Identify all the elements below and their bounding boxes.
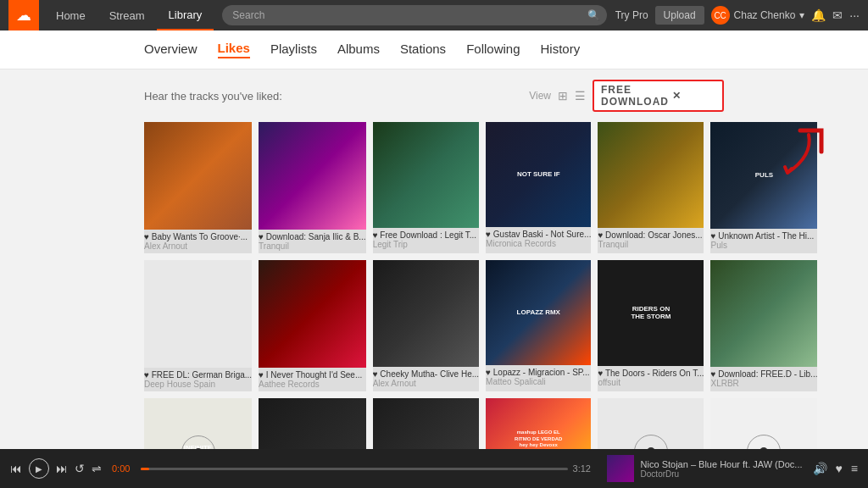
track-thumbnail — [598, 122, 704, 228]
track-title: ♥ Baby Wants To Groove·... — [144, 232, 252, 241]
track-thumbnail: PULS — [710, 122, 817, 229]
progress-track[interactable] — [141, 468, 568, 470]
track-card[interactable]: LOPAZZ RMX♥ Lopazz - Migracion - SP...Ma… — [486, 260, 591, 391]
track-info: ♥ Download: Sanja Ilic & B...Tranquil — [259, 230, 366, 253]
track-artist: Alex Arnout — [144, 241, 252, 251]
track-thumbnail — [259, 122, 366, 230]
track-info: ♥ I Never Thought I'd See...Aathee Recor… — [259, 368, 366, 391]
track-info: ♥ Cheeky Mutha- Clive He...Alex Arnout — [373, 367, 479, 391]
track-info: ♥ Download: FREE.D - Lib...XLRBR — [710, 367, 817, 391]
list-view-icon[interactable]: ☰ — [575, 89, 586, 103]
track-thumbnail: LOPAZZ RMX — [486, 260, 591, 365]
track-card[interactable]: NOT SURE IF♥ Gustav Baski - Not Sure...M… — [486, 122, 591, 253]
track-info: ♥ Gustav Baski - Not Sure...Micronica Re… — [486, 227, 591, 251]
upload-button[interactable]: Upload — [655, 6, 704, 25]
tracks-grid: ♥ Baby Wants To Groove·...Alex Arnout♥ D… — [144, 122, 724, 488]
track-thumbnail: RIDERS ON THE STORM — [598, 260, 704, 366]
filter-value: FREE DOWNLOAD — [601, 84, 669, 108]
tab-history[interactable]: History — [541, 42, 581, 58]
username: Chaz Chenko — [734, 9, 796, 21]
mail-icon[interactable]: ✉ — [832, 8, 843, 22]
search-container: 🔍 — [222, 5, 606, 25]
track-artist: Deep House Spain — [144, 380, 252, 389]
track-thumbnail — [710, 260, 817, 367]
player-controls: ⏮ ▶ ⏭ ↺ ⇌ — [10, 458, 102, 479]
track-card[interactable]: PULS♥ Unknown Artist - The Hi...Puls — [710, 122, 817, 253]
nav-links: Home Stream Library — [44, 0, 214, 30]
track-title: ♥ Gustav Baski - Not Sure... — [486, 230, 591, 239]
nav-home[interactable]: Home — [44, 0, 97, 30]
track-artist: Alex Arnout — [373, 379, 479, 388]
content-header: Hear the tracks you've liked: View ⊞ ☰ F… — [144, 80, 724, 112]
track-card[interactable]: ♥ Cheeky Mutha- Clive He...Alex Arnout — [373, 260, 479, 391]
thumb-overlay-text: RIDERS ON THE STORM — [625, 305, 678, 321]
time-current: 0:00 — [112, 463, 136, 474]
player-track-info: Nico Stojan – Blue Hour ft. JAW (Doc... … — [607, 455, 803, 482]
track-title: ♥ Cheeky Mutha- Clive He... — [373, 369, 479, 379]
heart-icon[interactable]: ♥ — [836, 462, 843, 475]
track-card[interactable]: ♥ Download: FREE.D - Lib...XLRBR — [710, 260, 817, 391]
skip-back-icon[interactable]: ⏮ — [10, 462, 22, 475]
player-text: Nico Stojan – Blue Hour ft. JAW (Doc... … — [641, 459, 803, 479]
track-thumbnail: NOT SURE IF — [486, 122, 591, 227]
queue-icon[interactable]: ≡ — [851, 462, 858, 475]
track-info: ♥ FREE DL: German Briga...Deep House Spa… — [144, 368, 252, 391]
tab-playlists[interactable]: Playlists — [270, 42, 317, 58]
thumb-overlay-text: LOPAZZ RMX — [517, 308, 560, 317]
play-button[interactable]: ▶ — [29, 458, 49, 479]
track-title: ♥ I Never Thought I'd See... — [259, 370, 366, 380]
track-title: ♥ Unknown Artist - The Hi... — [710, 231, 817, 241]
page-wrapper: ☁ Home Stream Library 🔍 Try Pro Upload C… — [0, 0, 868, 488]
thumb-overlay-text: PULS — [755, 171, 773, 180]
nav-library[interactable]: Library — [157, 0, 214, 30]
track-thumbnail — [373, 260, 479, 366]
thumb-overlay-text: NOT SURE IF — [517, 170, 560, 179]
track-card[interactable]: ♥ I Never Thought I'd See...Aathee Recor… — [259, 260, 366, 391]
track-card[interactable]: ♥ FREE DL: German Briga...Deep House Spa… — [144, 260, 252, 391]
tab-stations[interactable]: Stations — [400, 42, 446, 58]
track-thumbnail — [259, 260, 366, 368]
more-icon[interactable]: ··· — [849, 8, 860, 22]
track-title: ♥ FREE DL: German Briga... — [144, 370, 252, 380]
shuffle-icon[interactable]: ⇌ — [92, 462, 102, 475]
search-icon[interactable]: 🔍 — [587, 9, 600, 21]
track-artist: Aathee Records — [259, 380, 366, 389]
content-wrapper: Hear the tracks you've liked: View ⊞ ☰ F… — [144, 80, 724, 488]
track-title: ♥ The Doors - Riders On T... — [598, 369, 704, 378]
player-thumbnail — [607, 455, 634, 482]
track-card[interactable]: ♥ Download: Sanja Ilic & B...Tranquil — [259, 122, 366, 253]
soundcloud-logo[interactable]: ☁ — [8, 0, 39, 30]
track-artist: Tranquil — [259, 241, 366, 251]
player-track-artist: DoctorDru — [641, 469, 803, 479]
tab-albums[interactable]: Albums — [337, 42, 380, 58]
track-card[interactable]: ♥ Free Download : Legit T...Legit Trip — [373, 122, 479, 253]
player-right-controls: 🔊 ♥ ≡ — [813, 462, 858, 475]
tab-overview[interactable]: Overview — [144, 42, 198, 58]
track-title: ♥ Free Download : Legit T... — [373, 230, 479, 240]
track-artist: Matteo Spalicali — [486, 377, 591, 386]
filter-clear-icon[interactable]: ✕ — [672, 90, 715, 102]
track-card[interactable]: ♥ Download: Oscar Jones...Tranquil — [598, 122, 704, 253]
track-artist: Puls — [710, 241, 817, 250]
bell-icon[interactable]: 🔔 — [811, 8, 826, 22]
skip-forward-icon[interactable]: ⏭ — [56, 462, 68, 475]
user-info[interactable]: CC Chaz Chenko ▾ — [711, 6, 805, 25]
tab-following[interactable]: Following — [466, 42, 520, 58]
view-label: View — [529, 90, 551, 102]
progress-fill — [141, 468, 149, 470]
try-pro-link[interactable]: Try Pro — [615, 9, 648, 21]
repeat-icon[interactable]: ↺ — [75, 462, 85, 475]
nav-stream[interactable]: Stream — [97, 0, 157, 30]
view-controls: View ⊞ ☰ FREE DOWNLOAD ✕ — [529, 80, 724, 112]
nav-icons: 🔔 ✉ ··· — [811, 8, 860, 22]
volume-icon[interactable]: 🔊 — [813, 462, 827, 475]
sub-navigation: Overview Likes Playlists Albums Stations… — [0, 30, 868, 69]
tab-likes[interactable]: Likes — [218, 41, 250, 58]
player-bar: ⏮ ▶ ⏭ ↺ ⇌ 0:00 3:12 Nico Stojan – Blue H… — [0, 449, 868, 488]
filter-input[interactable]: FREE DOWNLOAD ✕ — [593, 80, 724, 112]
track-info: ♥ Free Download : Legit T...Legit Trip — [373, 228, 479, 252]
grid-view-icon[interactable]: ⊞ — [558, 89, 568, 103]
track-card[interactable]: ♥ Baby Wants To Groove·...Alex Arnout — [144, 122, 252, 253]
track-card[interactable]: RIDERS ON THE STORM♥ The Doors - Riders … — [598, 260, 704, 391]
search-input[interactable] — [222, 5, 606, 25]
